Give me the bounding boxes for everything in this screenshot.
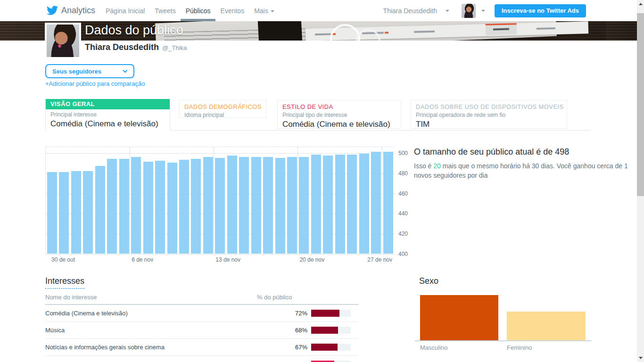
banner-screen-text (537, 27, 555, 30)
tab-dispositivos-moveis-label: DADOS SOBRE USO DE DISPOSITIVOS MÓVEIS (411, 100, 567, 110)
week-separator (130, 147, 130, 254)
follower-bar (227, 156, 237, 254)
follower-bar (83, 171, 93, 254)
scrollbar-thumb[interactable] (637, 13, 644, 196)
avatar-chevron-down-icon[interactable] (481, 10, 485, 12)
scroll-down-icon (639, 357, 643, 359)
x-axis-tick: 20 de nov (299, 256, 324, 263)
gender-chart: MasculinoFeminino (419, 287, 591, 340)
follower-bar (107, 159, 117, 254)
tab-dados-demograficos[interactable]: DADOS DEMOGRÁFICOS Idioma principal (179, 100, 266, 118)
gender-title: Sexo (419, 276, 591, 286)
page-scrollbar[interactable] (637, 0, 644, 362)
nav-item-eventos[interactable]: Eventos (221, 7, 245, 15)
tab-dispositivos-moveis-sub: Principal operadora de rede sem fio (411, 110, 567, 118)
follower-bar (179, 160, 189, 254)
user-menu[interactable]: Thiara Deusdedith (383, 7, 449, 15)
interests-col-pct: % do público (257, 294, 358, 301)
x-axis-tick: 6 de nov (132, 256, 153, 263)
interest-bar-fill (311, 327, 338, 334)
x-axis-tick: 13 de nov (215, 256, 240, 263)
profile-avatar[interactable] (45, 23, 81, 59)
audience-summary-headline: O tamanho de seu público atual é de 498 (414, 147, 639, 157)
gender-label-masculino: Masculino (420, 344, 448, 351)
interest-row: Comédia (Cinema e televisão)72% (45, 305, 358, 322)
audience-dropdown[interactable]: Seus seguidores (45, 64, 134, 78)
x-axis-tick: 27 de nov (367, 256, 392, 263)
scrollbar-down-button[interactable] (637, 354, 644, 362)
nav-item-mais[interactable]: Mais (254, 7, 274, 15)
profile-name: Thiara Deusdedith (85, 42, 159, 52)
gridline-400 (46, 254, 395, 255)
follower-bar (299, 157, 309, 254)
followers-chart: 40042044046048050030 de out6 de nov13 de… (45, 147, 394, 254)
banner-screen-text (385, 32, 388, 33)
audience-dropdown-value: Seus seguidores (52, 68, 101, 75)
gender-bar-feminino (507, 312, 586, 340)
gender-section: Sexo MasculinoFeminino (419, 276, 591, 340)
y-axis-tick: 460 (398, 190, 408, 197)
twitter-ads-signup-button[interactable]: Inscreva-se no Twitter Ads (495, 4, 586, 17)
follower-bar (311, 155, 321, 254)
profile-line: Thiara Deusdedith @_Thika (85, 42, 187, 52)
interests-title: Interesses (45, 276, 84, 289)
nav-item-label: Tweets (155, 7, 175, 15)
nav-item-label: Mais (254, 7, 268, 15)
gridline-500 (46, 153, 395, 154)
interest-row: Música68% (45, 322, 358, 339)
tab-dispositivos-moveis[interactable]: DADOS SOBRE USO DE DISPOSITIVOS MÓVEIS P… (411, 100, 567, 129)
interest-bar-fill (311, 310, 339, 317)
twitter-analytics-page: Analytics Página InicialTweetsPúblicosEv… (0, 0, 644, 362)
nav-avatar[interactable] (462, 4, 476, 18)
audience-summary: O tamanho de seu público atual é de 498 … (414, 147, 639, 180)
tab-estilo-de-vida[interactable]: ESTILO DE VIDA Principal tipo de interes… (277, 100, 401, 129)
scroll-up-icon (639, 3, 643, 5)
interest-percent: 68% (282, 327, 307, 334)
follower-bar (167, 163, 177, 254)
page-title: Dados do público (85, 23, 183, 38)
tab-estilo-de-vida-sub: Principal tipo de interesse (278, 110, 401, 118)
banner-wood-right (606, 21, 637, 41)
follower-bar (371, 152, 381, 254)
follower-bar (215, 158, 225, 254)
analytics-brand[interactable]: Analytics (47, 5, 95, 16)
interest-percent: 67% (282, 344, 307, 351)
tab-visao-geral[interactable]: VISÃO GERAL Principal interesse Comédia … (45, 99, 170, 131)
tab-dados-demograficos-sub: Idioma principal (180, 110, 266, 118)
interest-bar-track (311, 310, 351, 317)
nav-item-p-blicos[interactable]: Públicos (186, 7, 211, 15)
add-audience-link[interactable]: +Adicionar público para comparação (45, 80, 145, 87)
gender-label-feminino: Feminino (507, 344, 532, 351)
follower-bar (59, 172, 69, 254)
tab-visao-geral-value: Comédia (Cinema e televisão) (46, 118, 170, 129)
follower-bar (191, 159, 201, 254)
top-nav: Analytics Página InicialTweetsPúblicosEv… (0, 0, 637, 21)
interests-header: Nome do interesse % do público (45, 294, 358, 305)
y-axis-tick: 480 (398, 170, 408, 177)
interest-bar-fill (311, 344, 338, 351)
tab-dispositivos-moveis-value: TIM (411, 118, 567, 129)
nav-right: Thiara Deusdedith Inscreva-se no Twitter… (383, 0, 586, 21)
tab-visao-geral-sub: Principal interesse (46, 109, 170, 118)
interest-name: Notícias e informações gerais sobre cine… (45, 344, 278, 351)
nav-item-tweets[interactable]: Tweets (155, 7, 175, 15)
week-separator (297, 147, 298, 254)
chevron-down-icon (123, 68, 128, 73)
profile-avatar-photo (47, 25, 79, 57)
follower-bar (239, 157, 249, 254)
scrollbar-up-button[interactable] (637, 0, 644, 8)
follower-bar (359, 154, 369, 254)
nav-item-label: Página Inicial (106, 7, 145, 15)
twitter-bird-icon (47, 5, 58, 16)
follower-bar (155, 161, 165, 254)
interest-row: Tecnologia58% (45, 356, 358, 362)
follower-bar (143, 162, 153, 254)
follower-bar (131, 157, 141, 254)
tab-estilo-de-vida-value: Comédia (Cinema e televisão) (278, 118, 401, 129)
nav-item-p-gina-inicial[interactable]: Página Inicial (106, 7, 145, 15)
banner-screen-text (414, 31, 435, 33)
follower-bar (119, 159, 129, 254)
y-axis-tick: 400 (398, 251, 408, 257)
follower-bar (335, 155, 345, 254)
follower-bar (251, 157, 261, 254)
